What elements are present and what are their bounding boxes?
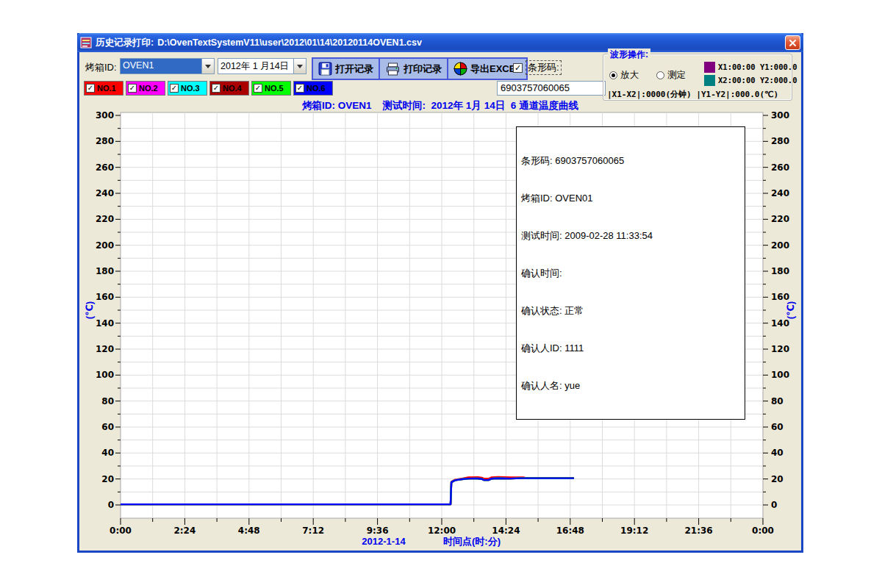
barcode-checkbox[interactable]: ✓ 条形码: (513, 60, 562, 75)
pie-chart-icon (453, 62, 467, 76)
print-record-label: 打印记录 (404, 62, 442, 76)
y-axis-label: 60 (101, 422, 114, 432)
info-confirm-time: 确认时间: (521, 267, 740, 279)
checkbox-checked-icon: ✓ (128, 84, 137, 93)
channel-label: NO.5 (265, 84, 284, 93)
zoom-radio[interactable]: 放大 (609, 69, 639, 82)
y-axis-label: 100 (96, 370, 114, 380)
channel-toggle-no6[interactable]: ✓NO.6 (293, 81, 333, 96)
zoom-radio-label: 放大 (620, 69, 639, 82)
y-axis-label: 100 (771, 370, 789, 380)
y-axis-label: 40 (101, 448, 114, 458)
client-area: 烤箱ID: OVEN1 2012年 1 月14日 打开记录 (79, 52, 801, 551)
channel-label: NO.1 (97, 84, 116, 93)
x-axis-label: 16:48 (556, 526, 584, 536)
open-record-button[interactable]: 打开记录 (313, 59, 380, 79)
checkbox-checked-icon: ✓ (295, 84, 304, 93)
channel-toggle-no2[interactable]: ✓NO.2 (126, 81, 165, 96)
measure-radio[interactable]: 测定 (656, 69, 686, 82)
x-axis-label: 19:12 (620, 526, 648, 536)
y-axis-label: 220 (771, 214, 789, 224)
window-title: 历史记录打印: (96, 37, 154, 49)
open-record-label: 打开记录 (335, 62, 373, 76)
y-axis-label: 120 (771, 344, 789, 354)
date-dropdown-button[interactable] (293, 59, 306, 74)
x-axis-label: 2:24 (173, 526, 196, 536)
x-axis-label: 9:36 (367, 526, 389, 536)
y-axis-label: 80 (101, 396, 114, 406)
y-axis-label: 200 (771, 240, 789, 251)
y-axis-label: 120 (96, 344, 114, 354)
cursor2-coords: X2:00:00 Y2:000.0 (718, 76, 797, 85)
y-axis-label: 260 (96, 162, 114, 173)
x-axis-label: 7:12 (302, 526, 324, 536)
cursor-diff-readout: |X1-X2|:0000(分钟) |Y1-Y2|:000.0(℃) (607, 89, 778, 100)
channel-toggle-no3[interactable]: ✓NO.3 (168, 81, 207, 96)
channel-label: NO.2 (139, 84, 158, 93)
channel-label: NO.6 (306, 84, 326, 93)
oven-id-combobox[interactable]: OVEN1 (120, 58, 215, 74)
radio-unselected-icon (656, 71, 664, 79)
date-value: 2012年 1 月14日 (218, 59, 293, 74)
y-axis-label: 240 (771, 188, 789, 198)
x-axis-label: 14:24 (492, 526, 520, 536)
y-axis-unit: (℃) (84, 301, 95, 319)
cursor1-color-swatch (704, 62, 715, 73)
chevron-down-icon (205, 65, 211, 68)
y-axis-label: 300 (96, 110, 114, 121)
channel-label: NO.4 (223, 84, 242, 93)
measure-radio-label: 测定 (667, 69, 686, 82)
info-oven-id: 烤箱ID: OVEN01 (521, 192, 740, 204)
print-record-button[interactable]: 打印记录 (380, 59, 448, 79)
channel-toggle-no4[interactable]: ✓NO.4 (209, 81, 249, 96)
info-barcode: 条形码: 6903757060065 (521, 154, 740, 167)
x-axis-date-label: 2012-1-14 (362, 536, 406, 547)
y-axis-label: 240 (96, 188, 114, 198)
barcode-input[interactable]: 6903757060065 (497, 81, 606, 96)
info-confirmer-id: 确认人ID: 1111 (521, 342, 740, 354)
printer-icon (385, 62, 401, 76)
close-button[interactable] (785, 35, 800, 50)
close-icon (789, 39, 797, 47)
x-axis-label: 4:48 (238, 526, 260, 536)
x-axis-title: 时间点(时:分) (443, 536, 501, 547)
y-axis-label: 20 (771, 474, 784, 484)
y-axis-label: 160 (771, 292, 789, 302)
y-axis-label: 300 (771, 110, 789, 121)
date-picker[interactable]: 2012年 1 月14日 (218, 58, 306, 74)
channel-toggle-no1[interactable]: ✓NO.1 (84, 81, 123, 96)
info-test-time: 测试时间: 2009-02-28 11:33:54 (521, 229, 740, 242)
checkbox-checked-icon: ✓ (170, 84, 179, 93)
x-axis-label: 12:00 (428, 526, 456, 536)
checkbox-checked-icon: ✓ (212, 84, 220, 93)
y-axis-label: 180 (771, 266, 789, 276)
channel-toggle-no5[interactable]: ✓NO.5 (251, 81, 291, 96)
oven-id-dropdown-button[interactable] (201, 59, 214, 74)
x-axis-label: 21:36 (684, 526, 712, 536)
y-axis-label: 140 (96, 318, 114, 329)
record-info-box: 条形码: 6903757060065 烤箱ID: OVEN01 测试时间: 20… (516, 126, 745, 420)
y-axis-label: 160 (96, 292, 114, 302)
y-axis-label: 200 (96, 240, 114, 251)
info-confirm-status: 确认状态: 正常 (521, 304, 740, 317)
barcode-label: 条形码: (526, 60, 562, 75)
chart-panel: 0020204040606080801001001201201401401601… (82, 110, 800, 549)
app-window: 历史记录打印: D:\OvenTextSystemV11\user\2012\0… (77, 33, 803, 553)
y-axis-label: 280 (96, 136, 114, 146)
y-axis-label: 0 (108, 500, 114, 510)
chevron-down-icon (297, 65, 303, 68)
y-axis-label: 260 (771, 162, 789, 173)
wave-operation-panel: 波形操作: 放大 测定 X1:00:00 Y1:000.0 X2:00:00 Y… (603, 54, 792, 101)
info-confirmer-name: 确认人名: yue (521, 379, 740, 392)
y-axis-unit: (℃) (785, 301, 796, 319)
y-axis-label: 60 (771, 422, 784, 432)
app-icon (80, 37, 92, 49)
checkbox-checked-icon: ✓ (86, 84, 95, 93)
cursor1-coords: X1:00:00 Y1:000.0 (718, 62, 797, 71)
y-axis-label: 0 (771, 500, 777, 510)
radio-selected-icon (609, 71, 617, 79)
window-file-path: D:\OvenTextSystemV11\user\2012\01\14\201… (157, 37, 422, 48)
x-axis-label: 0:00 (110, 526, 132, 536)
oven-id-label: 烤箱ID: (85, 61, 117, 74)
y-axis-label: 80 (771, 396, 784, 406)
